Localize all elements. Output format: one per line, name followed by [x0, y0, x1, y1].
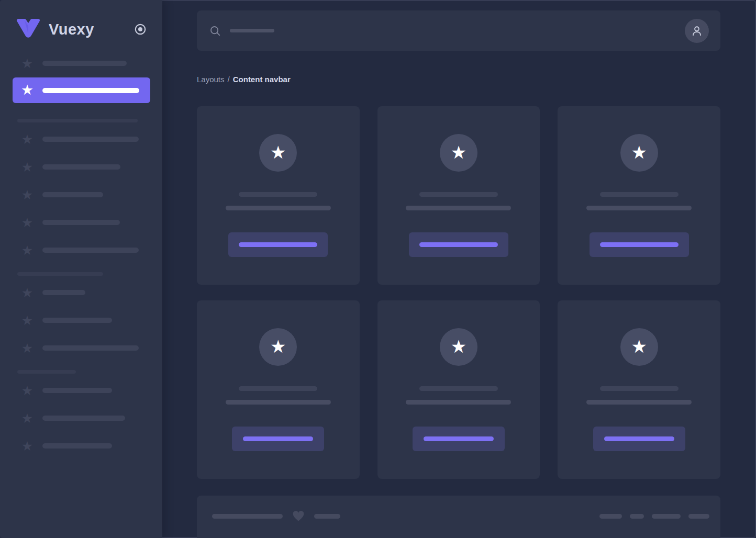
star-icon: ★	[21, 244, 34, 257]
placeholder-bar	[42, 248, 139, 253]
sidebar-header: Vuexy	[0, 0, 162, 41]
star-icon: ★	[21, 216, 34, 229]
placeholder-bar	[42, 220, 120, 225]
placeholder-bar	[42, 164, 120, 170]
sidebar-menu: ★★★★★★★★★★★★★	[0, 57, 162, 452]
card-text-bar	[226, 400, 331, 405]
card-text-bar	[419, 386, 498, 391]
placeholder-bar	[42, 345, 139, 351]
sidebar-menu-item[interactable]: ★	[21, 342, 150, 354]
star-icon: ★	[21, 161, 34, 174]
card-action-button[interactable]	[590, 232, 689, 257]
star-icon: ★	[21, 314, 34, 327]
heart-icon	[292, 509, 305, 523]
card-text-bar	[239, 192, 317, 197]
card-text-bar	[406, 400, 511, 405]
sidebar-menu-item[interactable]: ★	[21, 384, 150, 397]
sidebar-pin-radio-icon[interactable]	[134, 23, 147, 36]
sidebar-menu-item[interactable]: ★	[21, 161, 150, 173]
card-text-bar	[600, 386, 679, 391]
placeholder-bar	[42, 88, 139, 93]
star-icon: ★	[21, 342, 34, 355]
top-navbar	[197, 10, 720, 51]
app-title: Vuexy	[49, 21, 94, 38]
sidebar-menu-item[interactable]: ★	[21, 440, 150, 452]
sidebar-menu-item[interactable]: ★	[21, 314, 150, 327]
star-icon: ★	[21, 286, 34, 299]
card-avatar-circle: ★	[259, 328, 297, 366]
sidebar-menu-item-active[interactable]: ★	[13, 77, 150, 103]
button-label-bar	[604, 436, 674, 441]
menu-section-header	[17, 272, 162, 276]
button-label-bar	[239, 242, 317, 247]
search-placeholder-bar	[230, 29, 274, 32]
card-action-button[interactable]	[228, 232, 328, 257]
card-text-bar	[419, 192, 498, 197]
placeholder-bar	[17, 119, 138, 122]
footer-link-bar[interactable]	[599, 514, 622, 519]
card-action-button[interactable]	[593, 427, 685, 451]
button-label-bar	[243, 436, 313, 441]
breadcrumb-current: Content navbar	[233, 75, 291, 84]
star-icon: ★	[21, 412, 34, 425]
sidebar-menu-item[interactable]: ★	[21, 133, 150, 145]
star-icon: ★	[631, 143, 647, 161]
card-action-button[interactable]	[232, 427, 324, 451]
breadcrumb-parent[interactable]: Layouts	[197, 75, 225, 84]
app-window: Vuexy ★★★★★★★★★★★★★	[0, 0, 756, 538]
search-icon	[209, 25, 221, 37]
breadcrumb: Layouts/Content navbar	[197, 75, 720, 84]
card-text-bar	[586, 400, 692, 405]
menu-section-header	[17, 370, 162, 374]
star-icon: ★	[270, 143, 286, 161]
star-icon: ★	[21, 188, 34, 201]
sidebar-menu-item[interactable]: ★	[21, 412, 150, 424]
star-icon: ★	[270, 338, 286, 355]
placeholder-card: ★	[197, 300, 360, 479]
card-action-button[interactable]	[413, 427, 505, 451]
sidebar-menu-item[interactable]: ★	[21, 188, 150, 201]
placeholder-bar	[42, 416, 125, 421]
card-text-bar	[406, 206, 511, 210]
sidebar-menu-item[interactable]: ★	[21, 286, 150, 299]
star-icon: ★	[631, 338, 647, 355]
sidebar-menu-item[interactable]: ★	[21, 216, 150, 229]
sidebar-menu-item[interactable]: ★	[21, 244, 150, 256]
card-avatar-circle: ★	[440, 328, 477, 366]
star-icon: ★	[451, 143, 466, 161]
card-text-bar	[239, 386, 317, 391]
vuexy-logo-icon	[15, 18, 42, 41]
breadcrumb-separator: /	[228, 75, 230, 84]
button-label-bar	[424, 436, 494, 441]
star-icon: ★	[21, 57, 34, 70]
card-avatar-circle: ★	[259, 134, 297, 172]
placeholder-card: ★	[197, 106, 360, 285]
placeholder-bar	[42, 192, 103, 197]
footer-placeholder-bar	[212, 514, 283, 519]
footer-link-bar[interactable]	[652, 514, 681, 519]
button-label-bar	[419, 242, 498, 247]
card-action-button[interactable]	[409, 232, 508, 257]
placeholder-card: ★	[377, 300, 540, 479]
card-avatar-circle: ★	[440, 134, 477, 172]
star-icon: ★	[21, 83, 34, 97]
sidebar-menu-item[interactable]: ★	[21, 57, 150, 70]
star-icon: ★	[21, 384, 34, 397]
card-text-bar	[226, 206, 331, 210]
placeholder-card: ★	[558, 300, 720, 479]
search-input[interactable]	[209, 25, 685, 37]
footer-link-bar[interactable]	[630, 514, 644, 519]
person-icon	[690, 24, 704, 38]
cards-grid: ★★★★★★	[197, 106, 720, 479]
placeholder-bar	[42, 443, 112, 449]
user-avatar[interactable]	[685, 19, 709, 43]
star-icon: ★	[21, 133, 34, 146]
placeholder-card: ★	[558, 106, 720, 285]
card-avatar-circle: ★	[620, 134, 658, 172]
footer-right	[599, 509, 709, 523]
footer	[197, 496, 720, 538]
footer-link-bar[interactable]	[688, 514, 709, 519]
placeholder-bar	[42, 290, 85, 295]
card-avatar-circle: ★	[620, 328, 658, 366]
menu-section-header	[17, 119, 162, 122]
